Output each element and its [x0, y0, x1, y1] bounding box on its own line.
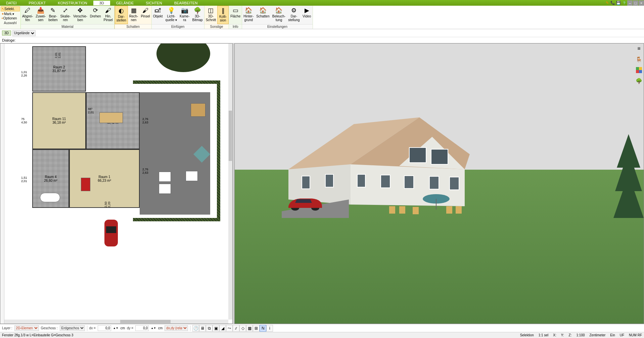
- rotate-icon: ⟳: [91, 6, 99, 14]
- snap-parallel-icon[interactable]: ⫽: [233, 325, 239, 332]
- titlebar-phone-icon[interactable]: 📞: [610, 0, 615, 6]
- titlebar-help-icon[interactable]: ?: [622, 0, 627, 6]
- calculate-icon: ▦: [130, 6, 138, 14]
- dy-unit: cm: [158, 326, 163, 330]
- menu-tab-konstruktion[interactable]: KONSTRUKTION: [52, 1, 93, 5]
- ribbon-kollision-button[interactable]: ‖Kolli- sion: [217, 6, 229, 24]
- dialoge-label: Dialoge:: [2, 38, 15, 42]
- relative-select[interactable]: dx,dy (relativ ka: [165, 325, 188, 331]
- palette-color-icon[interactable]: [636, 67, 642, 73]
- ribbon-darstellung-button[interactable]: ⚙Dar- stellung: [287, 6, 301, 24]
- pane-3d-view[interactable]: ≡ 🪑 🌳: [234, 43, 644, 324]
- layer-select[interactable]: 2D-Elemen: [14, 325, 39, 331]
- status-num: NUM RF: [629, 333, 642, 337]
- subtool-terrain-select[interactable]: Urgelände: [12, 30, 36, 36]
- ribbon-video-button[interactable]: ▶Video: [301, 6, 313, 24]
- snap-monitor-icon[interactable]: 🖥: [199, 325, 206, 332]
- ribbon-objekt-button[interactable]: 🛋Objekt: [152, 6, 164, 24]
- snap-extend-icon[interactable]: ⤳: [226, 325, 233, 332]
- dx-input[interactable]: [98, 325, 111, 331]
- dim-5: 2,762,63: [142, 168, 148, 174]
- ribbon-hintergrund-button[interactable]: 🏠Hinter- grund: [242, 6, 255, 24]
- svg-marker-23: [613, 174, 644, 218]
- ruler-left: [0, 44, 4, 324]
- ribbon-darstellen-button[interactable]: ◐Dar- stellen: [115, 6, 128, 24]
- tree-icon: 🌳: [193, 6, 201, 14]
- menu-tab-datei[interactable]: DATEI: [0, 1, 23, 5]
- status-sel-val: 1:1 sel: [539, 333, 548, 337]
- display-icon: ⚙: [290, 6, 298, 14]
- ribbon-zuweisen-button[interactable]: 📥Zuwei- sen: [34, 6, 47, 24]
- menu-tab-sichten[interactable]: SICHTEN: [140, 1, 168, 5]
- tree-3d-right-icon: [613, 134, 644, 221]
- room-1[interactable]: Raum 1 66,23 m²: [69, 149, 140, 208]
- ribbon-options-button[interactable]: +Optionen: [1, 16, 20, 20]
- ribbon-flache-button[interactable]: ▭Fläche: [229, 6, 242, 24]
- window-maximize-icon[interactable]: □: [633, 0, 638, 6]
- ribbon-verschieben-button[interactable]: ✥Verschie- ben: [72, 6, 89, 24]
- dy-input[interactable]: [135, 325, 149, 331]
- snap-n-icon[interactable]: N: [260, 325, 266, 332]
- snap-diamond-icon[interactable]: ◇: [239, 325, 246, 332]
- ribbon-mark-button[interactable]: ✦Mark. ▾: [1, 12, 20, 16]
- palette-chair-icon[interactable]: 🪑: [636, 56, 642, 63]
- menu-tab-bearbeiten[interactable]: BEARBEITEN: [168, 1, 204, 5]
- geschoss-select[interactable]: Erdgeschos: [60, 325, 85, 331]
- palette-tree-icon[interactable]: 🌳: [636, 77, 642, 84]
- window-minimize-icon[interactable]: –: [627, 0, 633, 6]
- subtool-3d-button[interactable]: 3D: [2, 31, 11, 36]
- titlebar-save-icon[interactable]: 💾: [616, 0, 621, 6]
- menu-tab-3d[interactable]: 3D: [93, 1, 110, 5]
- dialoge-bar: Dialoge:: [0, 37, 644, 43]
- svg-rect-26: [389, 206, 395, 214]
- ribbon-3dschnitt-button[interactable]: ◫3D- Schnitt: [204, 6, 218, 24]
- dy-label: dy =: [127, 326, 133, 330]
- snap-clock-icon[interactable]: 🕐: [192, 325, 199, 332]
- window-close-icon[interactable]: ×: [639, 0, 644, 6]
- main-menubar: DATEI PROJEKT KONSTRUKTION 3D GELÄNDE SI…: [0, 0, 644, 6]
- ribbon-skalieren-button[interactable]: ⤢Skalie- ren: [59, 6, 72, 24]
- room-11[interactable]: Raum 11 36,18 m²: [32, 92, 86, 149]
- svg-rect-30: [456, 206, 462, 214]
- snap-node-icon[interactable]: ⊞: [253, 325, 260, 332]
- ribbon-bearbeiten-button[interactable]: ✎Bear- beiten: [47, 6, 59, 24]
- scrollbar-horizontal[interactable]: [4, 320, 228, 324]
- hedge-top: [133, 80, 220, 84]
- status-left-text: Fenster 2flg.1/3 w L=Einbauteile G=Gesch…: [2, 333, 73, 337]
- move-icon: ✥: [76, 6, 84, 14]
- ribbon-select-button[interactable]: ↖Selekt.: [1, 6, 20, 11]
- titlebar-pencil-icon[interactable]: ✎: [604, 0, 610, 6]
- ribbon-beleuchtung-button[interactable]: 🏠Beleuch- tung: [271, 6, 287, 24]
- menu-tab-projekt[interactable]: PROJEKT: [23, 1, 52, 5]
- snap-grid-icon[interactable]: ▦: [246, 325, 253, 332]
- umbrella-icon: [192, 144, 212, 164]
- outdoor-chair-2: [159, 184, 171, 194]
- svg-rect-10: [325, 174, 333, 187]
- snap-angle-icon[interactable]: ◢: [219, 325, 226, 332]
- snap-i-icon[interactable]: i: [266, 325, 273, 332]
- ribbon-pinsel-button[interactable]: 🖌Pinsel: [139, 6, 151, 24]
- ribbon-lichtquelle-button[interactable]: 💡Licht- quelle ▾: [164, 6, 178, 24]
- sofa-red: [81, 178, 90, 191]
- snap-select-icon[interactable]: ▣: [213, 325, 219, 332]
- ribbon-hinpinsel-button[interactable]: 🖌Hin. Pinsel: [102, 6, 114, 24]
- svg-rect-33: [636, 70, 639, 73]
- dining-table: [99, 112, 123, 123]
- menu-tab-gelaende[interactable]: GELÄNDE: [110, 1, 140, 5]
- ribbon-abgreifen-button[interactable]: 🖊Abgrei- fen: [21, 6, 34, 24]
- snap-layers-icon[interactable]: ⧉: [206, 325, 213, 332]
- palette-layers-icon[interactable]: ≡: [636, 45, 642, 52]
- pane-2d-floorplan[interactable]: Raum 2 31,87 m² Raum 11 36,18 m² Raum 3 …: [0, 43, 233, 324]
- background-icon: 🏠: [244, 6, 252, 14]
- ribbon-kamera-button[interactable]: 📷Kame- ra: [178, 6, 191, 24]
- brush-icon: 🖌: [104, 6, 112, 14]
- collision-icon: ‖: [219, 7, 227, 15]
- ribbon-rechnen-button[interactable]: ▦Rech- nen: [128, 6, 140, 24]
- svg-rect-17: [431, 149, 448, 164]
- ribbon-group-schatten: ◐Dar- stellen ▦Rech- nen 🖌Pinsel Schatte…: [114, 6, 152, 29]
- ribbon-3dbitmap-button[interactable]: 🌳3D- Bitmap: [191, 6, 204, 24]
- object-icon: 🛋: [154, 6, 162, 14]
- ribbon-schatten-set-button[interactable]: 🏠Schatten: [255, 6, 271, 24]
- ribbon-drehen-button[interactable]: ⟳Drehen: [89, 6, 102, 24]
- scrollbar-vertical[interactable]: [228, 44, 232, 320]
